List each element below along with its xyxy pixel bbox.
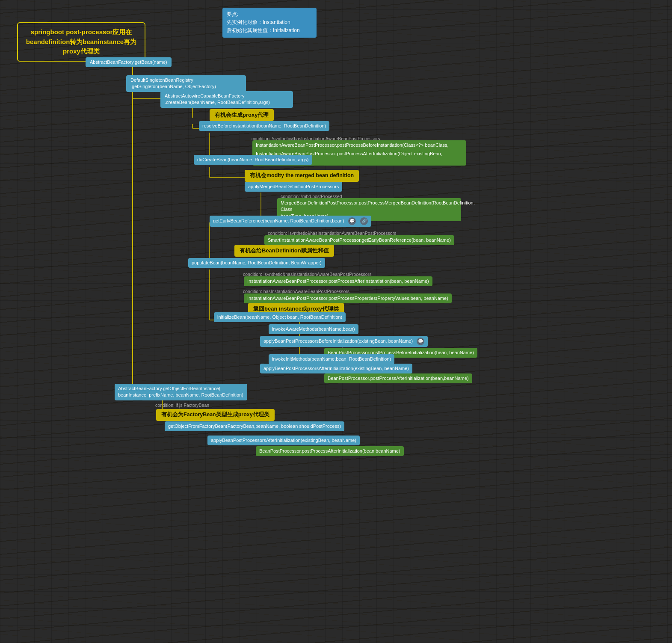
node-invoke-aware[interactable]: invokeAwareMethods(beanName,bean): [269, 324, 358, 334]
node-defaultsingleton[interactable]: DefaultSingletonBeanRegistry .getSinglet…: [126, 75, 246, 92]
node-docreatebean[interactable]: doCreateBean(beanName, RootBeanDefinitio…: [194, 155, 312, 165]
node-apply-merged[interactable]: applyMergedBeanDefinitionPostProcessors: [245, 182, 342, 192]
section-bean-def-props: 有机会给BeanDefinition赋属性和值: [234, 245, 334, 257]
section-proxy-gen: 有机会生成proxy代理: [210, 109, 274, 121]
title-box: springboot post-processor应用在 beandefinit…: [17, 22, 145, 62]
node-abstract-getbean[interactable]: AbstractBeanFactory.getBean(name): [86, 57, 172, 67]
section-modify-merged: 有机会modity the merged bean definition: [245, 170, 359, 182]
node-get-early-ref[interactable]: getEarlyBeanReference(beanName, RootBean…: [210, 216, 371, 227]
node-smart-ibpp-early[interactable]: SmartInstantiationAwareBeanPostProcessor…: [264, 235, 454, 245]
info-line2: 后初始化其属性值：Initialization: [227, 27, 312, 35]
node-populate-bean[interactable]: populateBean(beanName, RootBeanDefinitio…: [188, 258, 325, 268]
node-ibpp-after-instantiation[interactable]: InstantiationAwareBeanPostProcessor.post…: [244, 276, 432, 286]
chat-icon-2: 💬: [417, 338, 424, 345]
node-apply-bpp-before-init[interactable]: applyBeanPostProcessorsBeforeInitializat…: [260, 336, 428, 347]
node-bpp-after-init-1[interactable]: BeanPostProcessor.postProcessAfterInitia…: [324, 373, 472, 383]
node-apply-bpp-after-init[interactable]: applyBeanPostProcessorsAfterInitializati…: [260, 364, 412, 373]
node-apply-merged-label: applyMergedBeanDefinitionPostProcessors: [248, 184, 339, 189]
node-get-object-factory[interactable]: getObjectFromFactoryBean(FactoryBean,bea…: [165, 421, 344, 431]
link-icon: 🔗: [360, 217, 368, 225]
title-line1: springboot post-processor应用在: [24, 27, 139, 37]
node-apply-bpp-after-factory[interactable]: applyBeanPostProcessorsAfterInitializati…: [207, 436, 360, 445]
info-line1: 先实例化对象：Instantiation: [227, 18, 312, 27]
info-box: 要点: 先实例化对象：Instantiation 后初始化其属性值：Initia…: [222, 8, 317, 38]
node-get-object-bean[interactable]: AbstractBeanFactory.getObjectForBeanInst…: [115, 384, 247, 400]
node-resolve-before[interactable]: resolveBeforeInstantiation(beanName, Roo…: [199, 121, 329, 131]
node-invoke-init-methods[interactable]: invokeInitMethods(beanName,bean, RootBea…: [269, 354, 394, 364]
node-abstractautowire[interactable]: AbstractAutowireCapableBeanFactory .crea…: [160, 91, 293, 108]
node-ibpp-props[interactable]: InstantiationAwareBeanPostProcessor.post…: [244, 293, 452, 303]
node-initialize-bean[interactable]: initializeBean(beanName, Object bean, Ro…: [214, 312, 346, 322]
node-bpp-after-factory[interactable]: BeanPostProcessor.postProcessAfterInitia…: [256, 446, 404, 456]
node-abstract-getbean-label: AbstractBeanFactory.getBean(name): [90, 59, 167, 65]
title-line2: beandefinition转为beaninstance再为proxy代理类: [24, 37, 139, 56]
chat-icon: 💬: [348, 217, 356, 225]
section-factory-proxy: 有机会为FactoryBean类型生成proxy代理类: [156, 409, 275, 421]
info-title: 要点:: [227, 10, 312, 18]
diagram: 要点: 先实例化对象：Instantiation 后初始化其属性值：Initia…: [0, 0, 672, 643]
